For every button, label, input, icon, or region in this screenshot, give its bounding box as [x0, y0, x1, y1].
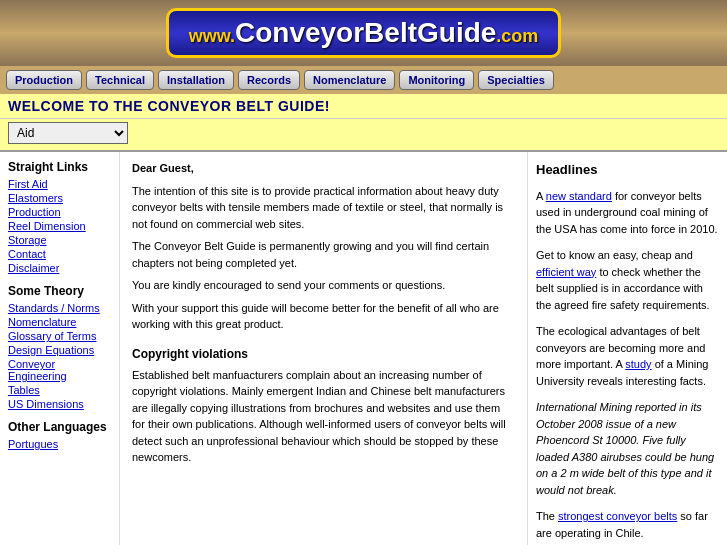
aid-dropdown[interactable]: Aid First Aid Elastomers Production Stor…	[8, 122, 128, 144]
copyright-title: Copyright violations	[132, 345, 515, 363]
headline-0-before: A	[536, 190, 546, 202]
welcome-bar: WELCOME TO THE CONVEYOR BELT GUIDE!	[0, 94, 727, 119]
sidebar-link-design-equations[interactable]: Design Equations	[8, 344, 111, 356]
header-section: www.ConveyorBeltGuide.com	[0, 0, 727, 66]
dropdown-row: Aid First Aid Elastomers Production Stor…	[0, 119, 727, 152]
headline-0-link[interactable]: new standard	[546, 190, 612, 202]
nav-monitoring-button[interactable]: Monitoring	[399, 70, 474, 90]
headline-item-2: The ecological advantages of belt convey…	[536, 323, 719, 389]
headline-3-italic: International Mining reported in its Oct…	[536, 401, 714, 496]
sidebar-link-glossary[interactable]: Glossary of Terms	[8, 330, 111, 342]
sidebar-link-portugues[interactable]: Portugues	[8, 438, 111, 450]
headlines-title: Headlines	[536, 160, 719, 180]
sidebar-link-reel-dimension[interactable]: Reel Dimension	[8, 220, 111, 232]
copyright-text: Established belt manfuacturers complain …	[132, 367, 515, 466]
headline-2-link[interactable]: study	[625, 358, 651, 370]
headline-4-link[interactable]: strongest conveyor belts	[558, 510, 677, 522]
headlines-section: Headlines A new standard for conveyor be…	[527, 152, 727, 545]
center-para3: You are kindly encouraged to send your c…	[132, 277, 515, 294]
sidebar-link-production[interactable]: Production	[8, 206, 111, 218]
logo-text: www.ConveyorBeltGuide.com	[189, 17, 539, 49]
some-theory-title: Some Theory	[8, 284, 111, 298]
sidebar-link-nomenclature[interactable]: Nomenclature	[8, 316, 111, 328]
headline-item-4: The strongest conveyor belts so far are …	[536, 508, 719, 541]
sidebar-link-conveyor-engineering[interactable]: Conveyor Engineering	[8, 358, 111, 382]
sidebar-link-us-dimensions[interactable]: US Dimensions	[8, 398, 111, 410]
straight-links-title: Straight Links	[8, 160, 111, 174]
logo-prefix: www.	[189, 26, 235, 46]
center-para2: The Conveyor Belt Guide is permanently g…	[132, 238, 515, 271]
sidebar-link-first-aid[interactable]: First Aid	[8, 178, 111, 190]
sidebar-link-disclaimer[interactable]: Disclaimer	[8, 262, 111, 274]
sidebar: Straight Links First Aid Elastomers Prod…	[0, 152, 120, 545]
logo-suffix: .com	[496, 26, 538, 46]
nav-records-button[interactable]: Records	[238, 70, 300, 90]
nav-specialties-button[interactable]: Specialties	[478, 70, 553, 90]
center-content: Dear Guest, The intention of this site i…	[120, 152, 527, 545]
other-languages-title: Other Languages	[8, 420, 111, 434]
nav-nomenclature-button[interactable]: Nomenclature	[304, 70, 395, 90]
headline-4-before: The	[536, 510, 558, 522]
headline-item-1: Get to know an easy, cheap and efficient…	[536, 247, 719, 313]
headline-item-3: International Mining reported in its Oct…	[536, 399, 719, 498]
nav-installation-button[interactable]: Installation	[158, 70, 234, 90]
sidebar-link-elastomers[interactable]: Elastomers	[8, 192, 111, 204]
headline-1-before: Get to know an easy, cheap and	[536, 249, 693, 261]
copyright-box: Copyright violations Established belt ma…	[132, 345, 515, 466]
sidebar-link-standards[interactable]: Standards / Norms	[8, 302, 111, 314]
sidebar-link-tables[interactable]: Tables	[8, 384, 111, 396]
center-para4: With your support this guide will become…	[132, 300, 515, 333]
headline-1-link[interactable]: efficient way	[536, 266, 596, 278]
nav-production-button[interactable]: Production	[6, 70, 82, 90]
navigation-bar: Production Technical Installation Record…	[0, 66, 727, 94]
sidebar-link-storage[interactable]: Storage	[8, 234, 111, 246]
sidebar-link-contact[interactable]: Contact	[8, 248, 111, 260]
headline-item-0: A new standard for conveyor belts used i…	[536, 188, 719, 238]
nav-technical-button[interactable]: Technical	[86, 70, 154, 90]
center-para1: The intention of this site is to provide…	[132, 183, 515, 233]
main-content: Straight Links First Aid Elastomers Prod…	[0, 152, 727, 545]
greeting-text: Dear Guest,	[132, 162, 194, 174]
welcome-title: WELCOME TO THE CONVEYOR BELT GUIDE!	[8, 98, 719, 114]
logo-box[interactable]: www.ConveyorBeltGuide.com	[166, 8, 562, 58]
logo-main: ConveyorBeltGuide	[235, 17, 496, 48]
